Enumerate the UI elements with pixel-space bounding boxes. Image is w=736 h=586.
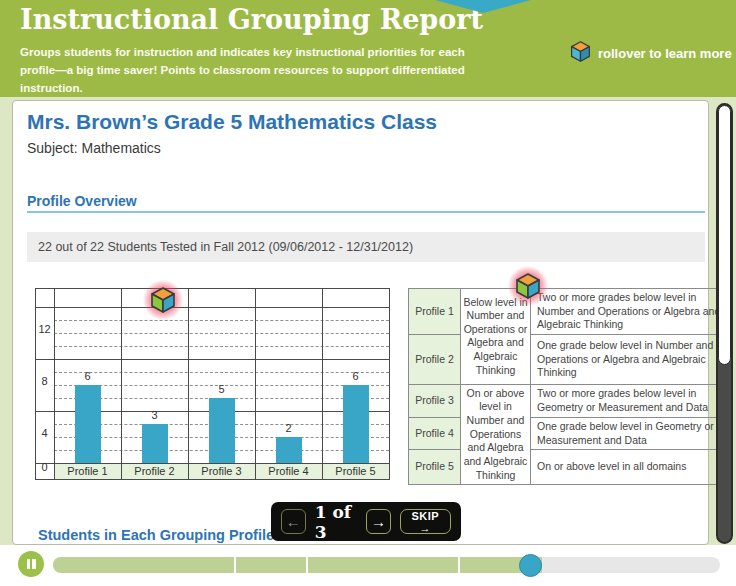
table-rollover-hotspot[interactable] bbox=[508, 266, 548, 306]
bar-value-label: 5 bbox=[202, 383, 242, 395]
x-axis-label: Profile 4 bbox=[255, 463, 322, 479]
rollover-label: rollover to learn more bbox=[598, 46, 732, 61]
x-axis-label: Profile 2 bbox=[121, 463, 188, 479]
section-divider bbox=[27, 211, 705, 213]
x-axis-label: Profile 5 bbox=[322, 463, 389, 479]
profile-detail-cell: One grade below level in Geometry or Mea… bbox=[531, 417, 728, 449]
progress-thumb[interactable] bbox=[519, 554, 542, 577]
profile-group-cell: On or above level in Number and Operatio… bbox=[461, 384, 531, 484]
bar-profile-4 bbox=[276, 437, 302, 463]
bar-profile-5 bbox=[343, 385, 369, 463]
x-axis-label: Profile 3 bbox=[188, 463, 255, 479]
profile-table: Profile 1Below level in Number and Opera… bbox=[408, 288, 728, 485]
gridline-dashed bbox=[54, 320, 389, 321]
cube-icon bbox=[150, 286, 176, 314]
page-header: Instructional Grouping Report Groups stu… bbox=[0, 0, 736, 97]
section-heading-students-grouping: Students in Each Grouping Profile bbox=[38, 527, 274, 543]
profile-name-cell: Profile 1 bbox=[409, 289, 461, 335]
y-axis-label: 8 bbox=[36, 375, 53, 387]
cube-icon bbox=[570, 40, 591, 67]
page-navigation: ← 1 of 3 → SKIP → bbox=[271, 502, 461, 541]
bar-value-label: 3 bbox=[135, 409, 175, 421]
pause-button[interactable] bbox=[18, 551, 44, 577]
bar-profile-1 bbox=[75, 385, 101, 463]
bar-profile-3 bbox=[209, 398, 235, 463]
progress-track[interactable] bbox=[53, 557, 720, 573]
progress-fill bbox=[53, 557, 542, 573]
segment-divider bbox=[306, 557, 308, 573]
instructional-grouping-report-page: Instructional Grouping Report Groups stu… bbox=[0, 0, 736, 586]
profile-detail-cell: On or above level in all domains bbox=[531, 450, 728, 485]
x-axis-label: Profile 1 bbox=[54, 463, 121, 479]
y-axis-label: 0 bbox=[36, 461, 53, 473]
column-gridline bbox=[255, 289, 256, 479]
page-title: Instructional Grouping Report bbox=[20, 4, 483, 35]
profile-detail-cell: Two or more grades below level in Geomet… bbox=[531, 384, 728, 417]
scrollbar-thumb[interactable] bbox=[718, 105, 731, 365]
bar-value-label: 2 bbox=[269, 422, 309, 434]
previous-page-button[interactable]: ← bbox=[281, 509, 306, 534]
y-axis-label: 4 bbox=[36, 427, 53, 439]
profile-name-cell: Profile 2 bbox=[409, 334, 461, 384]
vertical-scrollbar[interactable] bbox=[716, 103, 733, 544]
segment-divider bbox=[458, 557, 460, 573]
class-subject: Subject: Mathematics bbox=[27, 140, 161, 156]
bar-value-label: 6 bbox=[68, 370, 108, 382]
skip-button[interactable]: SKIP → bbox=[400, 509, 451, 534]
column-gridline bbox=[54, 289, 55, 479]
chart-rollover-hotspot[interactable] bbox=[143, 280, 183, 320]
page-indicator: 1 of 3 bbox=[315, 502, 357, 542]
section-heading-profile-overview: Profile Overview bbox=[27, 193, 137, 209]
y-axis-label: 12 bbox=[36, 323, 53, 335]
profile-name-cell: Profile 4 bbox=[409, 417, 461, 449]
profile-detail-cell: Two or more grades below level in Number… bbox=[531, 289, 728, 335]
profile-detail-cell: One grade below level in Number and Oper… bbox=[531, 334, 728, 384]
table-row: Profile 3On or above level in Number and… bbox=[409, 384, 728, 417]
class-title: Mrs. Brown’s Grade 5 Mathematics Class bbox=[27, 110, 437, 134]
table-row: Profile 1Below level in Number and Opera… bbox=[409, 289, 728, 335]
chevron-down-icon bbox=[435, 0, 531, 13]
page-description: Groups students for instruction and indi… bbox=[20, 44, 472, 97]
rollover-to-learn-more[interactable]: rollover to learn more bbox=[570, 40, 732, 67]
profile-name-cell: Profile 3 bbox=[409, 384, 461, 417]
column-gridline bbox=[188, 289, 189, 479]
column-gridline bbox=[121, 289, 122, 479]
bar-profile-2 bbox=[142, 424, 168, 463]
column-gridline bbox=[322, 289, 323, 479]
cube-icon bbox=[515, 272, 541, 300]
profile-name-cell: Profile 5 bbox=[409, 450, 461, 485]
gridline-dashed bbox=[54, 346, 389, 347]
table-row: Profile 2One grade below level in Number… bbox=[409, 334, 728, 384]
profile-bar-chart: 6Profile 13Profile 25Profile 32Profile 4… bbox=[35, 288, 390, 480]
bar-value-label: 6 bbox=[336, 370, 376, 382]
table-row: Profile 5On or above level in all domain… bbox=[409, 450, 728, 485]
table-row: Profile 4One grade below level in Geomet… bbox=[409, 417, 728, 449]
tested-summary-bar: 22 out of 22 Students Tested in Fall 201… bbox=[27, 232, 705, 262]
segment-divider bbox=[234, 557, 236, 573]
gridline-dashed bbox=[54, 333, 389, 334]
gridline-solid bbox=[36, 359, 389, 360]
playback-bar bbox=[0, 545, 736, 586]
gridline-solid bbox=[36, 307, 389, 308]
next-page-button[interactable]: → bbox=[366, 509, 391, 534]
